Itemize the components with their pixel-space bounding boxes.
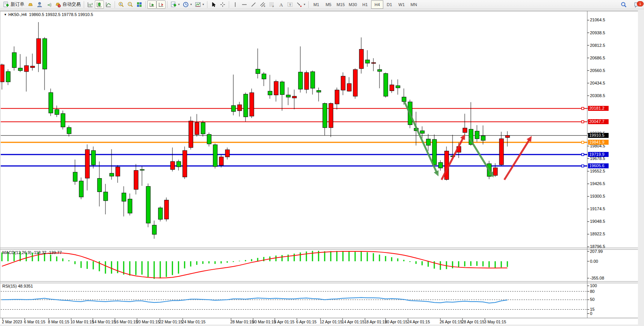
channel-button[interactable]: E bbox=[258, 0, 267, 9]
trendline-button[interactable] bbox=[249, 0, 258, 9]
zoom-in-icon bbox=[118, 2, 124, 8]
tile-windows-button[interactable] bbox=[135, 0, 144, 9]
candle-body bbox=[67, 128, 71, 134]
line-handle[interactable] bbox=[582, 153, 584, 156]
macd-hist-bar bbox=[422, 261, 423, 265]
timeframe-h1-button[interactable]: H1 bbox=[359, 0, 371, 9]
notification-badge: 1 bbox=[637, 1, 644, 6]
macd-hist-bar bbox=[495, 261, 496, 268]
candle-body bbox=[274, 82, 278, 95]
chart-shift-button[interactable] bbox=[156, 0, 166, 9]
candle-body bbox=[347, 83, 351, 91]
macd-hist-bar bbox=[349, 251, 350, 261]
macd-hist-bar bbox=[501, 261, 502, 267]
macd-hist-bar bbox=[361, 252, 362, 261]
community-button[interactable] bbox=[35, 0, 44, 9]
candle-body bbox=[171, 161, 175, 169]
search-icon bbox=[620, 2, 627, 8]
timeframe-m5-button[interactable]: M5 bbox=[322, 0, 335, 9]
zoom-out-button[interactable] bbox=[126, 0, 135, 9]
macd-hist-bar bbox=[397, 259, 399, 262]
autotrading-button[interactable]: 自动交易 bbox=[53, 0, 82, 9]
template-button[interactable]: ▾ bbox=[193, 0, 206, 9]
arrows-button[interactable]: ▾ bbox=[295, 0, 307, 9]
timeframe-m15-button[interactable]: M15 bbox=[335, 0, 347, 9]
chat-button[interactable]: 1 bbox=[632, 0, 642, 9]
label-button[interactable]: T bbox=[285, 0, 295, 9]
crosshair-button[interactable] bbox=[218, 0, 227, 9]
timeframe-d1-button[interactable]: D1 bbox=[383, 0, 395, 9]
candle-body bbox=[24, 66, 29, 72]
timeframe-m30-button[interactable]: M30 bbox=[347, 0, 359, 9]
macd-hist-bar bbox=[373, 253, 374, 261]
candle-body bbox=[256, 69, 260, 74]
signals-button[interactable] bbox=[44, 0, 53, 9]
dropdown-arrow-icon[interactable]: ▾ bbox=[304, 3, 305, 6]
zoom-in-button[interactable] bbox=[116, 0, 126, 9]
cursor-icon bbox=[210, 2, 217, 8]
timeframe-m1-button[interactable]: M1 bbox=[310, 0, 322, 9]
candle-body bbox=[79, 181, 83, 197]
ingot-button[interactable] bbox=[26, 0, 35, 9]
arrows-icon bbox=[296, 2, 302, 8]
auto-scroll-button[interactable] bbox=[147, 0, 156, 9]
macd-hist-bar bbox=[129, 261, 131, 276]
period-button[interactable]: ▾ bbox=[181, 0, 193, 9]
vline-button[interactable] bbox=[231, 0, 240, 9]
new-chart-button[interactable]: ▾ bbox=[169, 0, 181, 9]
candle-body bbox=[432, 139, 437, 165]
line-handle[interactable] bbox=[582, 141, 584, 144]
macd-hist-bar bbox=[276, 256, 277, 261]
timeframe-w1-button[interactable]: W1 bbox=[395, 0, 408, 9]
autotrading-icon bbox=[55, 2, 61, 8]
chart-bars-button[interactable] bbox=[86, 0, 95, 9]
macd-hist-bar bbox=[142, 261, 143, 275]
macd-hist-bar bbox=[251, 259, 252, 261]
new-order-button[interactable]: 新订单 bbox=[2, 0, 26, 9]
macd-hist-bar bbox=[56, 257, 57, 262]
timeframe-h4-button[interactable]: H4 bbox=[371, 0, 383, 9]
candle-body bbox=[85, 150, 89, 178]
ingot-icon bbox=[27, 2, 33, 8]
fibonacci-button[interactable]: F bbox=[267, 0, 276, 9]
cursor-button[interactable] bbox=[209, 0, 218, 9]
candle-body bbox=[353, 70, 357, 96]
hline-button[interactable] bbox=[240, 0, 249, 9]
line-handle[interactable] bbox=[582, 107, 584, 110]
candles-icon bbox=[96, 2, 102, 8]
macd-hist-bar bbox=[202, 261, 204, 264]
line-handle[interactable] bbox=[582, 165, 584, 167]
candle-body bbox=[493, 168, 497, 176]
candle-body bbox=[238, 105, 242, 111]
chart-candles-button[interactable] bbox=[95, 0, 104, 9]
dropdown-arrow-icon[interactable]: ▾ bbox=[178, 3, 180, 6]
macd-hist-bar bbox=[62, 259, 64, 262]
candle-body bbox=[61, 113, 65, 127]
line-handle[interactable] bbox=[582, 121, 584, 123]
dropdown-arrow-icon[interactable]: ▾ bbox=[202, 3, 204, 6]
macd-hist-bar bbox=[172, 261, 173, 275]
macd-hist-bar bbox=[489, 261, 490, 267]
candle-body bbox=[164, 200, 169, 219]
macd-hist-bar bbox=[148, 261, 149, 277]
tile-icon bbox=[136, 2, 142, 8]
search-button[interactable] bbox=[619, 0, 628, 9]
timeframe-mn-button[interactable]: MN bbox=[408, 0, 420, 9]
dropdown-arrow-icon[interactable]: ▾ bbox=[190, 3, 192, 6]
macd-hist-bar bbox=[245, 260, 246, 261]
crosshair-icon bbox=[220, 2, 226, 8]
candle-body bbox=[12, 53, 16, 67]
macd-hist-bar bbox=[355, 252, 356, 261]
macd-hist-bar bbox=[367, 252, 368, 261]
new-order-button-label: 新订单 bbox=[11, 1, 24, 8]
macd-hist-bar bbox=[81, 261, 82, 268]
candle-body bbox=[505, 136, 510, 137]
chart-line-button[interactable] bbox=[104, 0, 113, 9]
text-button[interactable]: A bbox=[276, 0, 285, 9]
candle-body bbox=[6, 72, 10, 82]
macd-hist-bar bbox=[263, 257, 265, 261]
chart-canvas[interactable] bbox=[0, 0, 644, 326]
candle-body bbox=[49, 93, 53, 113]
macd-hist-bar bbox=[87, 261, 88, 269]
zoom-out-icon bbox=[127, 2, 133, 8]
